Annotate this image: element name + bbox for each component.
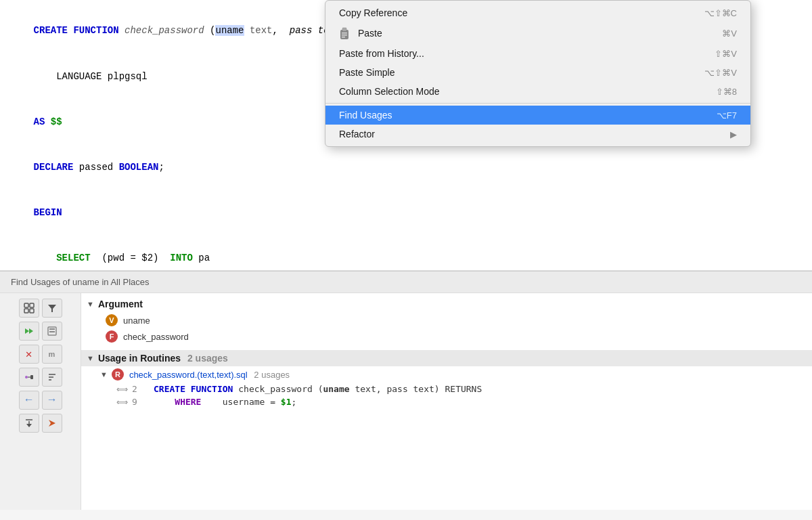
menu-item-column-sel[interactable]: Column Selection Mode ⇧⌘8: [325, 82, 750, 101]
toolbar-btn-forward[interactable]: →: [42, 391, 62, 410]
code-result-line-2[interactable]: ⟺ 2 CREATE FUNCTION check_password (unam…: [81, 383, 812, 395]
result-item-check-password[interactable]: F check_password: [81, 328, 812, 345]
paste-icon: [339, 26, 350, 40]
code-editor[interactable]: CREATE FUNCTION check_password (uname te…: [0, 0, 812, 271]
menu-shortcut-paste: ⌘V: [722, 28, 737, 39]
svg-marker-11: [29, 328, 33, 334]
svg-rect-13: [49, 328, 55, 330]
menu-label-paste-simple: Paste Simple: [339, 67, 394, 78]
svg-point-15: [25, 376, 28, 378]
svg-rect-1: [342, 28, 346, 31]
arrow-icon-1: ⟺: [116, 385, 128, 394]
toolbar-btn-scroll-down[interactable]: [19, 414, 39, 433]
svg-rect-6: [30, 303, 34, 307]
find-toolbar: ✕ m ← →: [0, 293, 81, 510]
menu-label-copy-ref: Copy Reference: [339, 7, 407, 18]
context-menu: Copy Reference ⌥⇧⌘C Paste ⌘V Past: [325, 0, 751, 147]
svg-rect-14: [49, 331, 55, 332]
menu-separator: [325, 103, 750, 104]
result-group-routines: ▼ Usage in Routines 2 usages ▼ R check_p…: [81, 347, 812, 411]
svg-rect-7: [24, 309, 28, 313]
svg-rect-8: [30, 309, 34, 313]
svg-marker-9: [48, 305, 56, 312]
badge-v: V: [106, 314, 118, 326]
result-group-argument: ▼ Argument V uname F check_password: [81, 293, 812, 347]
menu-shortcut-copy-ref: ⌥⇧⌘C: [704, 8, 737, 18]
toolbar-row-3: ✕ m: [19, 345, 62, 364]
toolbar-row-1: [19, 299, 62, 318]
menu-label-paste: Paste: [358, 28, 382, 39]
badge-r: R: [112, 368, 124, 381]
svg-marker-23: [26, 424, 32, 427]
menu-item-paste-history[interactable]: Paste from History... ⇧⌘V: [325, 44, 750, 63]
toolbar-btn-sort[interactable]: [42, 368, 62, 387]
menu-label-column-sel: Column Selection Mode: [339, 86, 440, 97]
line-num-2: 2: [132, 384, 145, 394]
menu-item-paste[interactable]: Paste ⌘V: [325, 22, 750, 44]
svg-marker-10: [25, 328, 29, 334]
check-password-text: check_password: [123, 332, 189, 342]
find-panel: Find Usages of uname in All Places: [0, 271, 812, 510]
menu-shortcut-column-sel: ⇧⌘8: [716, 87, 737, 97]
triangle-routines: ▼: [87, 354, 94, 362]
toolbar-btn-next[interactable]: [19, 322, 39, 341]
find-results[interactable]: ▼ Argument V uname F check_password ▼ Us…: [81, 293, 812, 510]
result-group-argument-header: ▼ Argument: [81, 296, 812, 312]
menu-shortcut-find-usages: ⌥F7: [717, 110, 737, 121]
toolbar-btn-filter[interactable]: [42, 299, 62, 318]
result-item-uname[interactable]: V uname: [81, 312, 812, 328]
toolbar-row-6: [19, 414, 62, 433]
result-group-routines-header: ▼ Usage in Routines 2 usages: [81, 350, 812, 366]
svg-marker-24: [49, 420, 55, 427]
toolbar-row-4: [19, 368, 62, 387]
menu-item-paste-simple[interactable]: Paste Simple ⌥⇧⌘V: [325, 63, 750, 82]
code-line-4: DECLARE passed BOOLEAN;: [11, 145, 801, 190]
argument-label: Argument: [98, 299, 143, 309]
toolbar-btn-navigate[interactable]: [42, 414, 62, 433]
code-snippet-2: CREATE FUNCTION check_password (uname te…: [154, 384, 482, 394]
uname-text: uname: [123, 316, 150, 326]
menu-label-refactor: Refactor: [339, 129, 375, 139]
menu-shortcut-paste-simple: ⌥⇧⌘V: [704, 68, 737, 78]
toolbar-btn-preview[interactable]: [42, 322, 62, 341]
menu-item-find-usages[interactable]: Find Usages ⌥F7: [325, 106, 750, 125]
find-panel-title: Find Usages of uname in All Places: [11, 277, 150, 287]
toolbar-btn-module[interactable]: m: [42, 345, 62, 364]
routines-count: 2 usages: [185, 353, 228, 364]
result-item-file[interactable]: ▼ R check_password.(text,text).sql 2 usa…: [81, 366, 812, 383]
routines-label: Usage in Routines: [98, 353, 181, 364]
svg-rect-2: [342, 32, 347, 34]
svg-rect-5: [24, 303, 28, 307]
code-line-6: SELECT (pwd = $2) INTO pa: [11, 236, 801, 271]
svg-rect-17: [30, 375, 33, 379]
code-result-line-9[interactable]: ⟺ 9 WHERE username = $1;: [81, 395, 812, 408]
menu-shortcut-paste-history: ⇧⌘V: [715, 49, 737, 59]
svg-rect-4: [342, 37, 345, 38]
toolbar-row-5: ← →: [19, 391, 62, 410]
triangle-file: ▼: [100, 370, 108, 378]
toolbar-row-2: [19, 322, 62, 341]
file-name: check_password.(text,text).sql: [129, 370, 248, 380]
code-line-5: BEGIN: [11, 190, 801, 236]
toolbar-btn-close[interactable]: ✕: [19, 345, 39, 364]
menu-item-refactor[interactable]: Refactor ▶: [325, 125, 750, 144]
badge-f: F: [106, 330, 118, 343]
find-panel-body: ✕ m ← →: [0, 293, 812, 510]
svg-rect-3: [342, 35, 347, 36]
triangle-argument: ▼: [87, 300, 94, 308]
menu-item-copy-ref[interactable]: Copy Reference ⌥⇧⌘C: [325, 3, 750, 22]
line-num-9: 9: [132, 397, 145, 407]
file-count: 2 usages: [252, 370, 290, 380]
menu-label-find-usages: Find Usages: [339, 110, 392, 121]
arrow-icon-2: ⟺: [116, 397, 128, 407]
menu-shortcut-refactor: ▶: [730, 129, 737, 139]
menu-label-paste-history: Paste from History...: [339, 48, 424, 59]
code-snippet-9: WHERE username = $1;: [154, 397, 296, 407]
toolbar-btn-group[interactable]: [19, 368, 39, 387]
toolbar-btn-back[interactable]: ←: [19, 391, 39, 410]
find-panel-header: Find Usages of uname in All Places: [0, 272, 812, 293]
toolbar-btn-expand[interactable]: [19, 299, 39, 318]
